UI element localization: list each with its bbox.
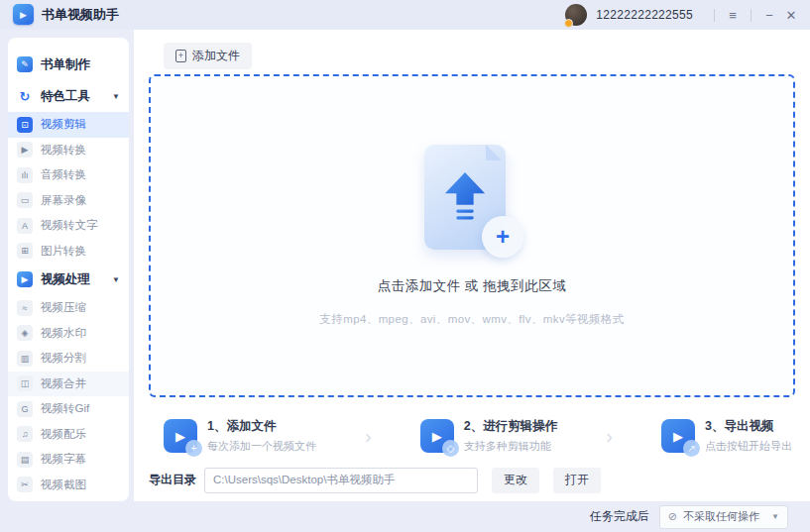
video-to-text-icon: A — [17, 218, 33, 234]
sidebar-item-video-split[interactable]: ▥ 视频分割 — [8, 346, 129, 372]
chevron-down-icon: ▼ — [771, 512, 779, 521]
video-convert-icon: ▶ — [17, 142, 33, 158]
arrow-badge-icon: ↗ — [683, 440, 700, 457]
sidebar-item-label: 视频合并 — [41, 376, 86, 391]
step-edit: ▶ ◇ 2、进行剪辑操作 支持多种剪辑功能 — [420, 418, 557, 454]
no-action-icon: ⊘ — [668, 510, 677, 523]
vip-badge-icon — [564, 19, 573, 28]
sidebar-item-label: 图片转换 — [41, 244, 86, 259]
image-convert-icon: ⊞ — [17, 243, 33, 259]
app-logo-icon: ▶ — [13, 4, 34, 25]
tools-icon: ↻ — [17, 88, 33, 104]
sidebar-item-label: 视频水印 — [41, 326, 86, 341]
cube-badge-icon: ◇ — [442, 440, 459, 457]
step2-icon: ▶ ◇ — [420, 419, 454, 453]
video-split-icon: ▥ — [17, 351, 33, 367]
change-dir-button[interactable]: 更改 — [492, 468, 539, 493]
export-row: 导出目录 更改 打开 — [149, 467, 601, 493]
menu-icon[interactable]: ≡ — [722, 4, 744, 26]
sidebar-item-video-cut[interactable]: ⊡ 视频剪辑 — [8, 112, 129, 138]
open-dir-button[interactable]: 打开 — [553, 468, 601, 493]
sidebar-item-video-to-gif[interactable]: G 视频转Gif — [8, 396, 129, 422]
video-to-gif-icon: G — [17, 401, 33, 417]
titlebar: ▶ 书单视频助手 12222222222555 ≡ − ✕ — [0, 0, 810, 30]
statusbar: 任务完成后 ⊘ 不采取任何操作 ▼ — [0, 501, 810, 532]
chevron-right-icon: › — [606, 426, 613, 446]
plus-circle-icon: + — [482, 216, 523, 258]
upload-arrow-icon — [442, 170, 488, 222]
sidebar-item-label: 视频压缩 — [41, 300, 86, 315]
video-process-icon: ▶ — [17, 271, 33, 287]
video-screenshot-icon: ✂ — [17, 477, 33, 492]
step-add-file: ▶ + 1、添加文件 每次添加一个视频文件 — [164, 418, 316, 454]
sidebar-item-label: 屏幕录像 — [41, 193, 86, 208]
step3-icon: ▶ ↗ — [661, 419, 695, 453]
sidebar-section-video-process[interactable]: ▶ 视频处理 ▼ — [8, 264, 129, 295]
sidebar-item-label: 视频转文字 — [41, 218, 98, 233]
step-desc: 支持多种剪辑功能 — [464, 439, 557, 454]
close-button[interactable]: ✕ — [780, 4, 802, 26]
sidebar-section-label: 特色工具 — [41, 88, 90, 105]
sidebar-item-label: 视频转Gif — [41, 401, 89, 416]
step1-icon: ▶ + — [164, 419, 197, 453]
sidebar-item-image-convert[interactable]: ⊞ 图片转换 — [8, 239, 129, 265]
dropzone-main-text: 点击添加文件 或 拖拽到此区域 — [378, 277, 567, 295]
chevron-down-icon: ▼ — [112, 92, 120, 101]
sidebar-section-featured-tools[interactable]: ↻ 特色工具 ▼ — [8, 80, 129, 112]
step-desc: 点击按钮开始导出 — [705, 439, 792, 454]
sidebar-item-video-compress[interactable]: ≈ 视频压缩 — [8, 295, 129, 321]
after-task-dropdown[interactable]: ⊘ 不采取任何操作 ▼ — [659, 505, 788, 529]
video-compress-icon: ≈ — [17, 300, 33, 316]
sidebar-item-video-subtitle[interactable]: ▤ 视频字幕 — [8, 447, 129, 473]
video-watermark-icon: ◈ — [17, 325, 33, 341]
step-desc: 每次添加一个视频文件 — [207, 439, 316, 454]
sidebar-item-label: 书单制作 — [41, 56, 90, 73]
account-number: 12222222222555 — [596, 8, 693, 22]
step-export: ▶ ↗ 3、导出视频 点击按钮开始导出 — [661, 418, 792, 454]
pencil-icon: ✎ — [17, 56, 33, 72]
video-music-icon: ♫ — [17, 426, 33, 442]
minimize-button[interactable]: − — [758, 4, 780, 26]
divider — [751, 9, 752, 22]
add-file-button[interactable]: + 添加文件 — [164, 43, 252, 69]
chevron-right-icon: › — [365, 426, 372, 446]
sidebar-item-label: 视频字幕 — [41, 452, 86, 467]
audio-convert-icon: ılı — [17, 167, 33, 183]
after-task-dropdown-value: 不采取任何操作 — [683, 509, 759, 524]
export-dir-label: 导出目录 — [149, 472, 196, 488]
screen-record-icon: ▭ — [17, 192, 33, 208]
plus-badge-icon: + — [185, 440, 202, 457]
divider — [714, 9, 715, 22]
sidebar-item-screen-record[interactable]: ▭ 屏幕录像 — [8, 188, 129, 214]
sidebar-item-label: 视频剪辑 — [41, 117, 86, 132]
file-dropzone[interactable]: + 点击添加文件 或 拖拽到此区域 支持mp4、mpeg、avi、mov、wmv… — [149, 74, 795, 397]
sidebar-item-video-to-text[interactable]: A 视频转文字 — [8, 213, 129, 239]
video-merge-icon: ◫ — [17, 375, 33, 391]
app-window: ▶ 书单视频助手 12222222222555 ≡ − ✕ ✎ 书单制作 ↻ 特… — [0, 0, 810, 532]
sidebar: ✎ 书单制作 ↻ 特色工具 ▼ ⊡ 视频剪辑 ▶ 视频转换 ılı 音频转换 ▭… — [8, 38, 129, 501]
sidebar-item-label: 视频转换 — [41, 143, 86, 158]
sidebar-item-video-convert[interactable]: ▶ 视频转换 — [8, 138, 129, 163]
sidebar-item-label: 视频配乐 — [41, 427, 86, 442]
app-title: 书单视频助手 — [42, 0, 119, 30]
file-plus-icon: + — [175, 50, 186, 62]
sidebar-item-label: 视频分割 — [41, 351, 86, 366]
steps-row: ▶ + 1、添加文件 每次添加一个视频文件 › ▶ ◇ 2、进行剪辑操作 支持多… — [164, 414, 792, 458]
sidebar-section-label: 视频处理 — [41, 271, 90, 288]
main-panel: + 添加文件 + 点击添加文 — [134, 30, 810, 501]
export-path-input[interactable] — [204, 468, 478, 493]
step-title: 1、添加文件 — [207, 418, 316, 435]
avatar[interactable] — [565, 4, 587, 26]
after-task-label: 任务完成后 — [590, 508, 649, 525]
sidebar-item-video-music[interactable]: ♫ 视频配乐 — [8, 422, 129, 448]
sidebar-item-label: 音频转换 — [41, 167, 86, 182]
sidebar-item-label: 视频截图 — [41, 478, 86, 492]
step-title: 2、进行剪辑操作 — [464, 418, 557, 435]
upload-file-icon: + — [420, 145, 523, 260]
sidebar-item-video-watermark[interactable]: ◈ 视频水印 — [8, 321, 129, 347]
sidebar-item-booklist-create[interactable]: ✎ 书单制作 — [8, 49, 129, 80]
sidebar-item-video-merge[interactable]: ◫ 视频合并 — [8, 372, 129, 397]
sidebar-item-video-screenshot[interactable]: ✂ 视频截图 — [8, 473, 129, 498]
sidebar-item-audio-convert[interactable]: ılı 音频转换 — [8, 162, 129, 188]
video-subtitle-icon: ▤ — [17, 452, 33, 468]
